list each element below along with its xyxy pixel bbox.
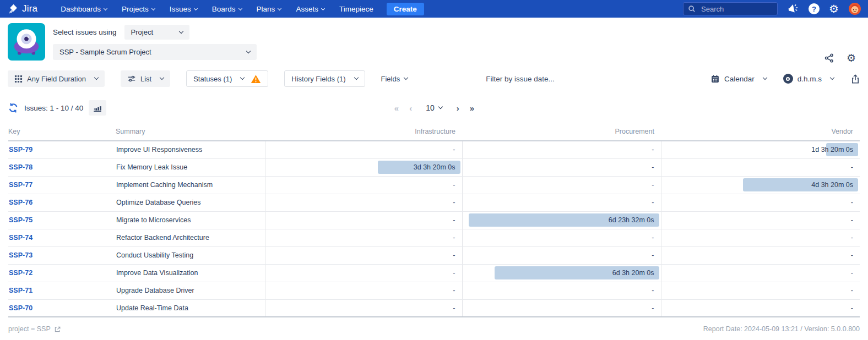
table-row: SSP-76Optimize Database Queries--- <box>8 194 860 211</box>
table-row: SSP-71Upgrade Database Driver--- <box>8 282 860 299</box>
issue-key-cell: SSP-78 <box>8 158 116 176</box>
settings-icon[interactable]: ⚙ <box>829 3 839 14</box>
calendar-dropdown[interactable]: Calendar <box>710 74 767 84</box>
col-header-vendor[interactable]: Vendor <box>661 124 860 141</box>
duration-value: - <box>652 251 654 259</box>
infrastructure-duration-cell: - <box>265 246 462 264</box>
nav-boards[interactable]: Boards <box>212 5 242 13</box>
issues-tbody: SSP-79Improve UI Responsiveness--1d 3h 2… <box>8 141 860 317</box>
view-mode-dropdown[interactable]: List <box>121 70 170 87</box>
first-page-button[interactable]: « <box>394 103 398 113</box>
nav-timepiece[interactable]: Timepiece <box>339 5 373 13</box>
last-page-button[interactable]: » <box>470 103 474 113</box>
top-navbar: Jira Dashboards Projects Issues Boards P… <box>0 0 868 18</box>
external-link-icon[interactable] <box>54 326 61 333</box>
table-row: SSP-74Refactor Backend Architecture--- <box>8 229 860 246</box>
fields-label: Fields <box>381 75 400 83</box>
history-fields-label: History Fields (1) <box>291 75 345 83</box>
nav-plans[interactable]: Plans <box>257 5 281 13</box>
table-row: SSP-72Improve Data Visualization-6d 3h 2… <box>8 264 860 282</box>
view-mode-label: List <box>140 75 151 83</box>
nav-assets[interactable]: Assets <box>296 5 324 13</box>
page-size-select[interactable]: 10 <box>422 103 446 112</box>
duration-value: - <box>453 269 455 277</box>
export-icon[interactable] <box>850 74 860 84</box>
procurement-duration-cell: - <box>462 194 661 211</box>
nav-dashboards[interactable]: Dashboards <box>61 5 107 13</box>
history-fields-dropdown[interactable]: History Fields (1) <box>284 70 365 87</box>
issue-date-filter-input[interactable] <box>485 74 606 84</box>
issue-key-link[interactable]: SSP-78 <box>9 163 32 171</box>
fields-dropdown[interactable]: Fields <box>381 75 408 83</box>
issue-summary: Improve Data Visualization <box>116 264 265 282</box>
announcement-icon[interactable] <box>787 3 799 15</box>
refresh-icon[interactable] <box>8 102 19 113</box>
share-icon[interactable] <box>824 53 834 63</box>
statuses-dropdown[interactable]: Statuses (1) <box>186 70 268 87</box>
issue-key-link[interactable]: SSP-75 <box>9 216 32 224</box>
next-page-button[interactable]: › <box>457 103 459 113</box>
calendar-label: Calendar <box>724 75 755 83</box>
help-icon[interactable] <box>809 3 820 14</box>
create-button[interactable]: Create <box>387 3 424 15</box>
field-duration-dropdown[interactable]: Any Field Duration <box>8 70 105 87</box>
vendor-duration-cell: - <box>661 246 860 264</box>
duration-value: - <box>851 199 853 206</box>
duration-value: - <box>851 234 853 242</box>
procurement-duration-cell: - <box>462 246 661 264</box>
issue-key-link[interactable]: SSP-79 <box>9 146 32 153</box>
issue-key-cell: SSP-73 <box>8 246 116 264</box>
duration-format-dropdown[interactable]: d.h.m.s <box>783 74 834 84</box>
duration-value: - <box>652 181 654 189</box>
chevron-down-icon <box>104 6 107 10</box>
main-nav: Dashboards Projects Issues Boards Plans … <box>61 5 373 13</box>
infrastructure-duration-cell: - <box>265 282 462 299</box>
issue-key-cell: SSP-75 <box>8 211 116 229</box>
sliders-icon <box>127 74 136 83</box>
table-row: SSP-78Fix Memory Leak Issue3d 3h 20m 0s-… <box>8 158 860 176</box>
nav-projects[interactable]: Projects <box>122 5 155 13</box>
avatar[interactable] <box>848 2 861 15</box>
issue-source-select[interactable]: Project <box>124 25 189 40</box>
issue-key-link[interactable]: SSP-77 <box>9 181 32 189</box>
col-header-infrastructure[interactable]: Infrastructure <box>265 124 462 141</box>
issue-key-link[interactable]: SSP-71 <box>9 287 32 294</box>
issue-key-cell: SSP-77 <box>8 176 116 194</box>
procurement-duration-cell: - <box>462 299 661 317</box>
issue-summary: Optimize Database Queries <box>116 194 265 211</box>
procurement-duration-cell: - <box>462 282 661 299</box>
duration-value: - <box>453 304 455 312</box>
warning-icon <box>251 74 261 84</box>
table-row: SSP-79Improve UI Responsiveness--1d 3h 2… <box>8 141 860 158</box>
duration-value: - <box>453 146 455 153</box>
vendor-duration-cell: - <box>661 229 860 246</box>
issue-key-link[interactable]: SSP-74 <box>9 234 32 242</box>
chevron-down-icon <box>762 75 767 80</box>
issue-key-link[interactable]: SSP-73 <box>9 251 32 259</box>
prev-page-button[interactable]: ‹ <box>409 103 411 113</box>
chevron-down-icon <box>404 75 408 80</box>
issue-key-link[interactable]: SSP-72 <box>9 269 32 277</box>
issue-key-link[interactable]: SSP-70 <box>9 304 32 312</box>
issue-summary: Fix Memory Leak Issue <box>116 158 265 176</box>
report-settings-icon[interactable]: ⚙ <box>847 53 856 63</box>
vendor-duration-cell: - <box>661 158 860 176</box>
chevron-down-icon <box>238 6 242 10</box>
brand-name: Jira <box>22 3 37 14</box>
col-header-key[interactable]: Key <box>8 124 116 141</box>
duration-value: 6d 3h 20m 0s <box>612 269 654 277</box>
chart-view-button[interactable] <box>89 100 106 116</box>
duration-value: - <box>652 163 654 171</box>
project-select[interactable]: SSP - Sample Scrum Project <box>53 44 257 60</box>
jira-brand[interactable]: Jira <box>8 3 37 14</box>
infrastructure-duration-cell: - <box>265 211 462 229</box>
global-search[interactable] <box>683 2 778 15</box>
duration-value: - <box>652 146 654 153</box>
nav-issues[interactable]: Issues <box>170 5 197 13</box>
col-header-summary[interactable]: Summary <box>116 124 265 141</box>
issue-key-cell: SSP-72 <box>8 264 116 282</box>
search-input[interactable] <box>700 4 766 14</box>
col-header-procurement[interactable]: Procurement <box>462 124 661 141</box>
issue-key-link[interactable]: SSP-76 <box>9 199 32 206</box>
chevron-down-icon <box>354 75 358 80</box>
